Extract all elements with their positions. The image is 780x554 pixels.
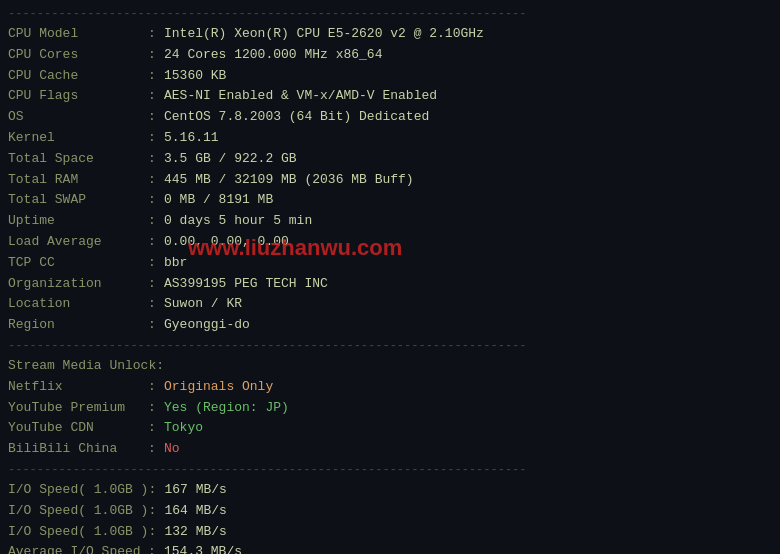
bilibili-row: BiliBili China : No xyxy=(8,439,772,460)
youtube-cdn-row: YouTube CDN : Tokyo xyxy=(8,418,772,439)
youtube-cdn-label: YouTube CDN xyxy=(8,418,148,439)
cpu-cores-row: CPU Cores : 24 Cores 1200.000 MHz x86_64 xyxy=(8,45,772,66)
uptime-value: 0 days 5 hour 5 min xyxy=(164,211,312,232)
divider-stream: ----------------------------------------… xyxy=(8,339,772,353)
cpu-cache-value: 15360 KB xyxy=(164,66,226,87)
io1-label: I/O Speed( 1.0GB ) xyxy=(8,480,148,501)
stream-label: Stream Media Unlock xyxy=(8,356,156,377)
io2-row: I/O Speed( 1.0GB ) : 164 MB/s xyxy=(8,501,772,522)
load-avg-value: 0.00, 0.00, 0.00 xyxy=(164,232,289,253)
youtube-cdn-value: Tokyo xyxy=(164,418,203,439)
cpu-cache-row: CPU Cache : 15360 KB xyxy=(8,66,772,87)
total-swap-row: Total SWAP : 0 MB / 8191 MB xyxy=(8,190,772,211)
org-row: Organization : AS399195 PEG TECH INC xyxy=(8,274,772,295)
netflix-row: Netflix : Originals Only xyxy=(8,377,772,398)
os-value: CentOS 7.8.2003 (64 Bit) Dedicated xyxy=(164,107,429,128)
netflix-value: Originals Only xyxy=(164,377,273,398)
location-label: Location xyxy=(8,294,148,315)
cpu-flags-row: CPU Flags : AES-NI Enabled & VM-x/AMD-V … xyxy=(8,86,772,107)
io3-row: I/O Speed( 1.0GB ) : 132 MB/s xyxy=(8,522,772,543)
netflix-label: Netflix xyxy=(8,377,148,398)
total-space-label: Total Space xyxy=(8,149,148,170)
org-value: AS399195 PEG TECH INC xyxy=(164,274,328,295)
os-row: OS : CentOS 7.8.2003 (64 Bit) Dedicated xyxy=(8,107,772,128)
total-space-row: Total Space : 3.5 GB / 922.2 GB xyxy=(8,149,772,170)
tcp-cc-value: bbr xyxy=(164,253,187,274)
cpu-cores-label: CPU Cores xyxy=(8,45,148,66)
tcp-cc-label: TCP CC xyxy=(8,253,148,274)
os-label: OS xyxy=(8,107,148,128)
tcp-cc-row: TCP CC : bbr xyxy=(8,253,772,274)
region-row: Region : Gyeonggi-do xyxy=(8,315,772,336)
org-label: Organization xyxy=(8,274,148,295)
io3-label: I/O Speed( 1.0GB ) xyxy=(8,522,148,543)
total-swap-value: 0 MB / 8191 MB xyxy=(164,190,273,211)
cpu-model-label: CPU Model xyxy=(8,24,148,45)
cpu-flags-value: AES-NI Enabled & VM-x/AMD-V Enabled xyxy=(164,86,437,107)
cpu-cores-value: 24 Cores 1200.000 MHz x86_64 xyxy=(164,45,382,66)
uptime-row: Uptime : 0 days 5 hour 5 min xyxy=(8,211,772,232)
avg-io-label: Average I/O Speed xyxy=(8,542,148,554)
uptime-label: Uptime xyxy=(8,211,148,232)
divider-io: ----------------------------------------… xyxy=(8,463,772,477)
divider-top: ----------------------------------------… xyxy=(8,7,772,21)
cpu-model-row: CPU Model : Intel(R) Xeon(R) CPU E5-2620… xyxy=(8,24,772,45)
total-ram-value: 445 MB / 32109 MB (2036 MB Buff) xyxy=(164,170,414,191)
cpu-cache-label: CPU Cache xyxy=(8,66,148,87)
io2-value: 164 MB/s xyxy=(164,501,226,522)
avg-io-row: Average I/O Speed : 154.3 MB/s xyxy=(8,542,772,554)
kernel-value: 5.16.11 xyxy=(164,128,219,149)
cpu-flags-label: CPU Flags xyxy=(8,86,148,107)
location-row: Location : Suwon / KR xyxy=(8,294,772,315)
avg-io-value: 154.3 MB/s xyxy=(164,542,242,554)
total-space-value: 3.5 GB / 922.2 GB xyxy=(164,149,297,170)
total-swap-label: Total SWAP xyxy=(8,190,148,211)
io1-value: 167 MB/s xyxy=(164,480,226,501)
region-value: Gyeonggi-do xyxy=(164,315,250,336)
stream-row: Stream Media Unlock : xyxy=(8,356,772,377)
cpu-model-value: Intel(R) Xeon(R) CPU E5-2620 v2 @ 2.10GH… xyxy=(164,24,484,45)
io1-row: I/O Speed( 1.0GB ) : 167 MB/s xyxy=(8,480,772,501)
io3-value: 132 MB/s xyxy=(164,522,226,543)
location-value: Suwon / KR xyxy=(164,294,242,315)
total-ram-label: Total RAM xyxy=(8,170,148,191)
load-avg-label: Load Average xyxy=(8,232,148,253)
load-avg-row: Load Average : 0.00, 0.00, 0.00 xyxy=(8,232,772,253)
youtube-label: YouTube Premium xyxy=(8,398,148,419)
youtube-row: YouTube Premium : Yes (Region: JP) xyxy=(8,398,772,419)
youtube-value: Yes (Region: JP) xyxy=(164,398,289,419)
total-ram-row: Total RAM : 445 MB / 32109 MB (2036 MB B… xyxy=(8,170,772,191)
bilibili-label: BiliBili China xyxy=(8,439,148,460)
kernel-label: Kernel xyxy=(8,128,148,149)
io2-label: I/O Speed( 1.0GB ) xyxy=(8,501,148,522)
kernel-row: Kernel : 5.16.11 xyxy=(8,128,772,149)
bilibili-value: No xyxy=(164,439,180,460)
region-label: Region xyxy=(8,315,148,336)
